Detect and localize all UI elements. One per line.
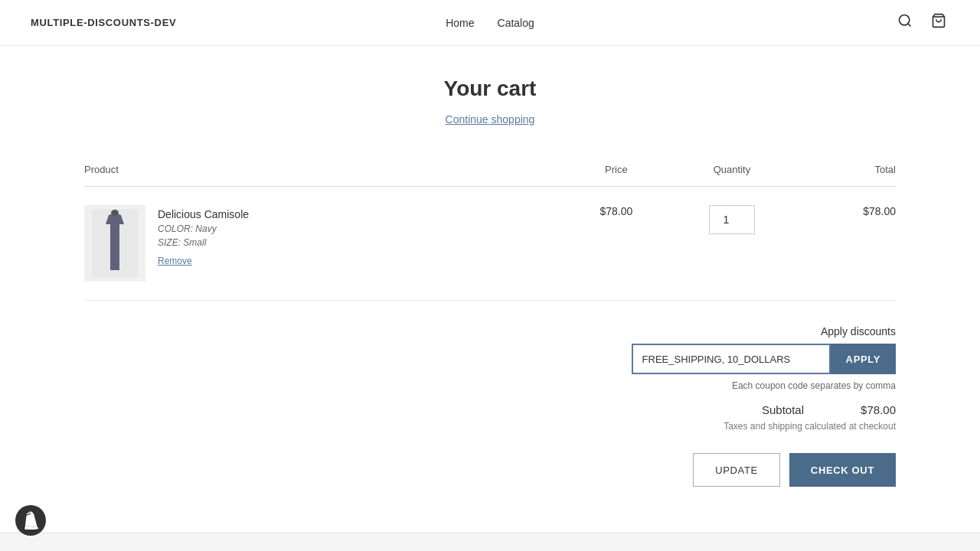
subtotal-row: Subtotal $78.00 bbox=[762, 403, 896, 416]
site-logo: MULTIPLE-DISCOUNTS-DEV bbox=[31, 17, 176, 28]
cart-button[interactable] bbox=[928, 10, 949, 35]
discount-row: APPLY bbox=[632, 344, 896, 374]
product-size: SIZE: Small bbox=[158, 237, 249, 248]
product-image bbox=[84, 205, 145, 282]
search-button[interactable] bbox=[894, 10, 916, 35]
action-buttons: UPDATE CHECK OUT bbox=[84, 453, 896, 487]
item-total: $78.00 bbox=[799, 187, 896, 301]
remove-button[interactable]: Remove bbox=[158, 256, 249, 266]
product-info: Delicious Camisole COLOR: Navy SIZE: Sma… bbox=[158, 205, 249, 266]
discount-label: Apply discounts bbox=[821, 325, 896, 337]
checkout-button[interactable]: CHECK OUT bbox=[789, 453, 896, 487]
shopify-badge[interactable] bbox=[15, 505, 46, 536]
svg-point-4 bbox=[111, 210, 119, 216]
product-name: Delicious Camisole bbox=[158, 208, 249, 220]
header-icons bbox=[894, 10, 949, 35]
cart-table: Product Price Quantity Total bbox=[84, 156, 896, 301]
table-header-row: Product Price Quantity Total bbox=[84, 156, 896, 187]
col-product: Product bbox=[84, 156, 568, 187]
search-icon bbox=[897, 13, 913, 28]
item-price: $78.00 bbox=[568, 187, 665, 301]
apply-discount-button[interactable]: APPLY bbox=[831, 344, 896, 374]
nav-catalog[interactable]: Catalog bbox=[498, 17, 534, 29]
nav-home[interactable]: Home bbox=[446, 17, 474, 29]
svg-line-1 bbox=[908, 24, 911, 27]
col-total: Total bbox=[799, 156, 896, 187]
discount-input[interactable] bbox=[632, 344, 831, 374]
shopify-icon bbox=[21, 511, 40, 530]
quantity-input[interactable] bbox=[709, 205, 755, 234]
shipping-note: Taxes and shipping calculated at checkou… bbox=[724, 421, 896, 432]
table-row: Delicious Camisole COLOR: Navy SIZE: Sma… bbox=[84, 187, 896, 301]
update-button[interactable]: UPDATE bbox=[693, 453, 780, 487]
quantity-cell bbox=[665, 187, 799, 301]
cart-page: Your cart Continue shopping Product Pric… bbox=[69, 46, 911, 533]
dress-illustration bbox=[92, 209, 138, 278]
main-nav: Home Catalog bbox=[446, 17, 534, 29]
product-cell: Delicious Camisole COLOR: Navy SIZE: Sma… bbox=[84, 187, 568, 301]
discount-section: Apply discounts APPLY Each coupon code s… bbox=[84, 325, 896, 391]
site-header: MULTIPLE-DISCOUNTS-DEV Home Catalog bbox=[0, 0, 980, 46]
product-color: COLOR: Navy bbox=[158, 223, 249, 234]
subtotal-section: Subtotal $78.00 Taxes and shipping calcu… bbox=[84, 403, 896, 432]
svg-point-0 bbox=[900, 15, 910, 25]
col-price: Price bbox=[568, 156, 665, 187]
discount-hint: Each coupon code separates by comma bbox=[732, 380, 896, 391]
subtotal-label: Subtotal bbox=[762, 403, 804, 416]
footer: Quick links Talk about your business New… bbox=[0, 533, 980, 551]
subtotal-amount: $78.00 bbox=[835, 403, 896, 416]
continue-shopping-link[interactable]: Continue shopping bbox=[84, 113, 896, 126]
col-quantity: Quantity bbox=[665, 156, 799, 187]
cart-icon bbox=[931, 13, 946, 28]
page-title: Your cart bbox=[84, 77, 896, 101]
